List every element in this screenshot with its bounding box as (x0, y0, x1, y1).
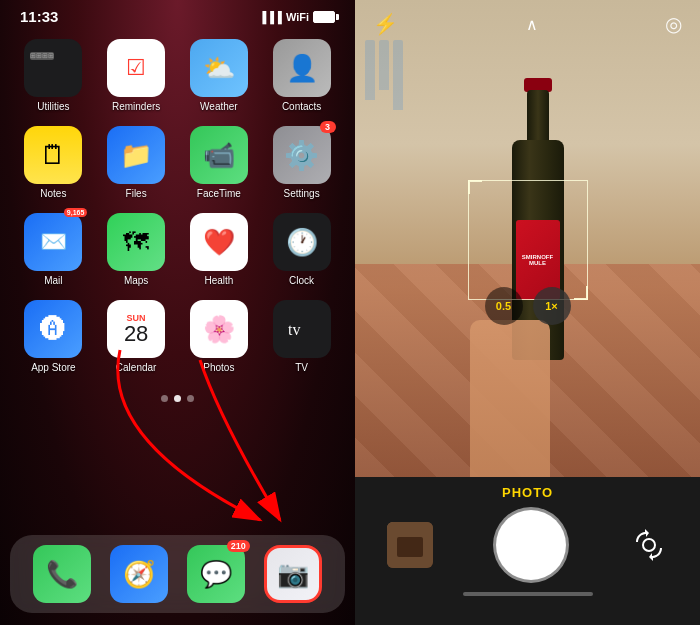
appstore-icon[interactable]: 🅐 (24, 300, 82, 358)
background-bottles (365, 40, 403, 110)
dock-safari[interactable]: 🧭 (110, 545, 168, 603)
camera-top-bar: ⚡ ∧ ◎ (355, 0, 700, 48)
weather-icon[interactable]: ⛅ (190, 39, 248, 97)
dot-3 (187, 395, 194, 402)
app-facetime[interactable]: 📹 FaceTime (182, 126, 257, 199)
facetime-label: FaceTime (197, 188, 241, 199)
dock-phone[interactable]: 📞 (33, 545, 91, 603)
focus-box (468, 180, 588, 300)
files-label: Files (126, 188, 147, 199)
camera-mode-label: PHOTO (502, 485, 553, 500)
svg-point-5 (643, 539, 655, 551)
app-health[interactable]: ❤️ Health (182, 213, 257, 286)
hand (470, 320, 550, 480)
app-weather[interactable]: ⛅ Weather (182, 39, 257, 112)
photo-thumbnail[interactable] (387, 522, 433, 568)
messages-badge: 210 (227, 540, 250, 552)
zoom-0.5-button[interactable]: 0.5 (485, 287, 523, 325)
maps-icon[interactable]: 🗺 (107, 213, 165, 271)
dock-messages[interactable]: 💬 210 (187, 545, 245, 603)
shutter-button[interactable] (496, 510, 566, 580)
dot-2 (174, 395, 181, 402)
status-icons: ▐▐▐ WiFi (258, 11, 335, 23)
app-utilities[interactable]: ⊞⊞⊞⊞ Utilities (16, 39, 91, 112)
signal-icon: ▐▐▐ (258, 11, 281, 23)
app-settings[interactable]: ⚙️ 3 Settings (264, 126, 339, 199)
notes-label: Notes (40, 188, 66, 199)
status-time: 11:33 (20, 8, 58, 25)
mail-badge: 9,165 (64, 208, 88, 217)
contacts-label: Contacts (282, 101, 321, 112)
notes-icon[interactable]: 🗒 (24, 126, 82, 184)
app-files[interactable]: 📁 Files (99, 126, 174, 199)
chevron-up-icon[interactable]: ∧ (526, 15, 538, 34)
zoom-1x-button[interactable]: 1× (533, 287, 571, 325)
iphone-home-screen: 11:33 ▐▐▐ WiFi ⊞⊞⊞⊞ Utilities ☑ Reminder… (0, 0, 355, 625)
camera-viewfinder[interactable]: SMIRNOFFMULE ⚡ ∧ ◎ 0.5 1× (355, 0, 700, 480)
maps-label: Maps (124, 275, 148, 286)
clock-icon[interactable]: 🕐 (273, 213, 331, 271)
status-bar: 11:33 ▐▐▐ WiFi (0, 0, 355, 29)
svg-rect-4 (397, 537, 423, 557)
health-label: Health (204, 275, 233, 286)
app-tv[interactable]: tv TV (264, 300, 339, 373)
zoom-controls: 0.5 1× (355, 287, 700, 325)
mail-label: Mail (44, 275, 62, 286)
files-icon[interactable]: 📁 (107, 126, 165, 184)
contacts-icon[interactable]: 👤 (273, 39, 331, 97)
photos-label: Photos (203, 362, 234, 373)
settings-icon[interactable]: ⚙️ 3 (273, 126, 331, 184)
app-maps[interactable]: 🗺 Maps (99, 213, 174, 286)
home-indicator (463, 592, 593, 596)
appstore-label: App Store (31, 362, 75, 373)
page-dots (0, 387, 355, 410)
camera-bottom-bar: PHOTO (355, 477, 700, 625)
camera-controls-row (355, 510, 700, 580)
utilities-icon[interactable]: ⊞⊞⊞⊞ (24, 39, 82, 97)
dock: 📞 🧭 💬 210 📷 (10, 535, 345, 613)
app-grid: ⊞⊞⊞⊞ Utilities ☑ Reminders ⛅ Weather 👤 C… (0, 29, 355, 383)
flash-icon[interactable]: ⚡ (373, 12, 398, 36)
camera-screen: SMIRNOFFMULE ⚡ ∧ ◎ 0.5 1× PHOTO (355, 0, 700, 625)
svg-text:tv: tv (288, 321, 300, 338)
bg-bottle-1 (365, 40, 375, 100)
flip-camera-button[interactable] (629, 525, 669, 565)
wifi-icon: WiFi (286, 11, 309, 23)
settings-badge: 3 (320, 121, 336, 133)
app-calendar[interactable]: SUN 28 Calendar (99, 300, 174, 373)
reminders-label: Reminders (112, 101, 160, 112)
app-contacts[interactable]: 👤 Contacts (264, 39, 339, 112)
calendar-label: Calendar (116, 362, 157, 373)
app-photos[interactable]: 🌸 Photos (182, 300, 257, 373)
facetime-icon[interactable]: 📹 (190, 126, 248, 184)
photos-icon[interactable]: 🌸 (190, 300, 248, 358)
app-clock[interactable]: 🕐 Clock (264, 213, 339, 286)
tv-icon[interactable]: tv (273, 300, 331, 358)
utilities-label: Utilities (37, 101, 69, 112)
bg-bottle-3 (393, 40, 403, 110)
app-mail[interactable]: ✉️ 9,165 Mail (16, 213, 91, 286)
dock-camera[interactable]: 📷 (264, 545, 322, 603)
dot-1 (161, 395, 168, 402)
health-icon[interactable]: ❤️ (190, 213, 248, 271)
battery-icon (313, 11, 335, 23)
settings-label: Settings (284, 188, 320, 199)
weather-label: Weather (200, 101, 238, 112)
mail-icon[interactable]: ✉️ 9,165 (24, 213, 82, 271)
reminders-icon[interactable]: ☑ (107, 39, 165, 97)
app-reminders[interactable]: ☑ Reminders (99, 39, 174, 112)
clock-label: Clock (289, 275, 314, 286)
tv-label: TV (295, 362, 308, 373)
app-appstore[interactable]: 🅐 App Store (16, 300, 91, 373)
calendar-icon[interactable]: SUN 28 (107, 300, 165, 358)
app-notes[interactable]: 🗒 Notes (16, 126, 91, 199)
live-photo-icon[interactable]: ◎ (665, 12, 682, 36)
